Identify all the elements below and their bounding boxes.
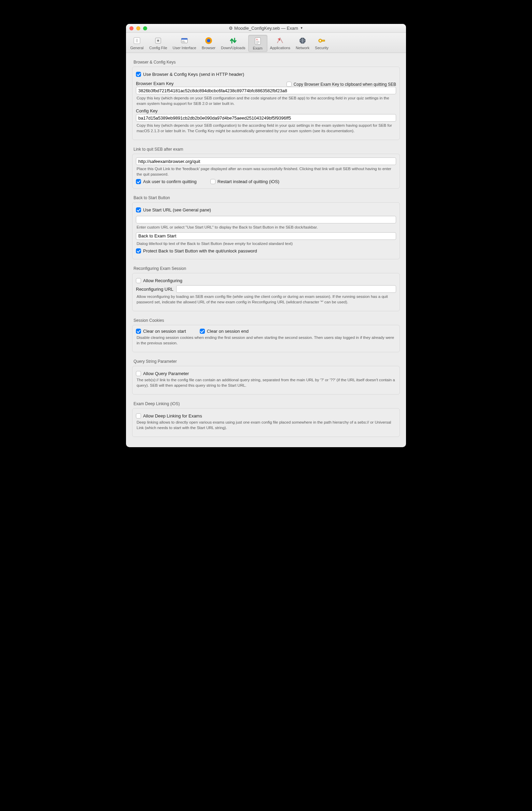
checkbox-clear-on-start[interactable] [136,329,141,334]
tab-exam[interactable]: A- Exam [248,35,267,52]
help-back-to-start-url: Enter custom URL or select "Use Start UR… [137,225,395,230]
preferences-window: ⚙︎ Moodle_ConfigKey.seb — Exam ▼ General… [126,24,406,447]
down-uploads-icon [228,36,238,46]
title-filename: Moodle_ConfigKey.seb [234,26,280,31]
label-restart-instead-quit: Restart instead of quitting (iOS) [218,179,279,184]
tab-applications[interactable]: Applications [267,35,293,52]
tab-security[interactable]: Security [312,35,331,52]
help-reconfiguring: Allow reconfiguring by loading an SEB ex… [137,294,395,305]
security-icon [317,36,327,46]
label-use-browser-config-keys: Use Browser & Config Keys (send in HTTP … [143,72,244,77]
section-title: Browser & Config Keys [134,60,398,65]
section-quit-link: Link to quit SEB after exam Place this Q… [132,147,400,189]
label-protect-back-to-start: Protect Back to Start Button with the qu… [143,248,257,253]
section-reconfiguring: Reconfiguring Exam Session Allow Reconfi… [132,266,400,311]
exam-pane: Browser & Config Keys Use Browser & Conf… [126,53,406,447]
tab-down-uploads[interactable]: Down/Uploads [218,35,248,52]
help-deep-linking: Deep linking allows to directly open var… [137,420,395,430]
label-use-start-url: Use Start URL (see General pane) [143,207,211,212]
section-title: Back to Start Button [134,195,398,200]
tab-general[interactable]: General [127,35,146,52]
close-icon[interactable] [129,26,134,30]
section-session-cookies: Session Cookies Clear on session start C… [132,318,400,352]
label-allow-reconfiguring: Allow Reconfiguring [143,278,182,283]
network-icon [297,36,308,46]
section-title: Link to quit SEB after exam [134,147,398,152]
help-config-key: Copy this key (which depends on your SEB… [137,123,395,134]
label-reconfiguring-url: Reconfiguring URL [136,287,173,292]
svg-rect-5 [181,38,187,40]
label-clear-on-end: Clear on session end [207,329,249,334]
checkbox-protect-back-to-start[interactable] [136,248,141,253]
svg-rect-14 [322,40,325,41]
user-interface-icon [179,36,190,46]
titlebar: ⚙︎ Moodle_ConfigKey.seb — Exam ▼ [126,24,406,33]
tab-network[interactable]: Network [293,35,312,52]
input-quit-link[interactable] [136,157,396,165]
zoom-icon[interactable] [143,26,147,30]
label-config-key: Config Key [136,108,396,113]
title-doc-icon: ⚙︎ [229,26,233,31]
help-session-cookies: Disable clearing session cookies when en… [137,335,395,346]
general-icon [132,36,142,46]
input-back-to-start-url[interactable] [136,216,396,223]
svg-rect-1 [136,39,138,42]
svg-rect-6 [182,41,184,41]
applications-icon [275,36,285,46]
config-file-icon [153,36,163,46]
section-title: Session Cookies [134,318,398,323]
title-dropdown-icon[interactable]: ▼ [300,26,303,30]
tab-browser[interactable]: Browser [199,35,218,52]
section-query-string: Query String Parameter Allow Query Param… [132,359,400,395]
checkbox-allow-deep-linking[interactable] [136,413,141,418]
checkbox-allow-reconfiguring[interactable] [136,278,141,283]
label-copy-bek-on-quit: Copy Browser Exam Key to clipboard when … [294,82,396,87]
section-title: Exam Deep Linking (iOS) [134,401,398,406]
help-quit-link: Place this Quit Link to the 'feedback' p… [137,166,395,177]
input-browser-exam-key[interactable] [136,87,396,94]
window-title: ⚙︎ Moodle_ConfigKey.seb — Exam ▼ [126,26,406,31]
exam-icon: A- [253,36,263,46]
section-browser-config-keys: Browser & Config Keys Use Browser & Conf… [132,60,400,140]
browser-icon [204,36,214,46]
checkbox-ask-confirm-quit[interactable] [136,179,141,184]
minimize-icon[interactable] [136,26,140,30]
section-deep-linking: Exam Deep Linking (iOS) Allow Deep Linki… [132,401,400,437]
checkbox-allow-query-parameter[interactable] [136,371,141,376]
help-browser-exam-key: Copy this key (which depends on your SEB… [137,96,395,106]
traffic-lights [129,26,147,30]
checkbox-copy-bek-on-quit[interactable] [286,82,292,87]
svg-point-9 [207,39,210,42]
section-back-to-start: Back to Start Button Use Start URL (see … [132,195,400,259]
label-clear-on-start: Clear on session start [143,329,186,334]
label-browser-exam-key: Browser Exam Key [136,81,174,86]
svg-point-3 [157,40,159,42]
label-allow-query-parameter: Allow Query Parameter [143,371,189,376]
checkbox-clear-on-end[interactable] [200,329,205,334]
input-config-key[interactable] [136,114,396,122]
section-title: Query String Parameter [134,359,398,364]
toolbar: General Config File User Interface Brows… [126,33,406,53]
checkbox-restart-instead-quit[interactable] [210,179,215,184]
svg-text:A-: A- [256,38,259,41]
svg-rect-7 [182,42,185,42]
input-reconfiguring-url[interactable] [176,285,396,293]
input-back-to-start-text[interactable] [136,232,396,240]
help-query-parameter: The seb(s):// link to the config file ca… [137,377,395,388]
checkbox-use-start-url[interactable] [136,207,141,212]
svg-point-15 [320,40,321,41]
label-ask-confirm-quit: Ask user to confirm quitting [143,179,197,184]
title-tabname: Exam [287,26,298,31]
help-back-to-start-text: Dialog title/tool tip text of the Back t… [137,241,395,247]
tab-user-interface[interactable]: User Interface [170,35,199,52]
tab-config-file[interactable]: Config File [146,35,170,52]
section-title: Reconfiguring Exam Session [134,266,398,271]
checkbox-use-browser-config-keys[interactable] [136,72,141,77]
label-allow-deep-linking: Allow Deep Linking for Exams [143,413,202,418]
